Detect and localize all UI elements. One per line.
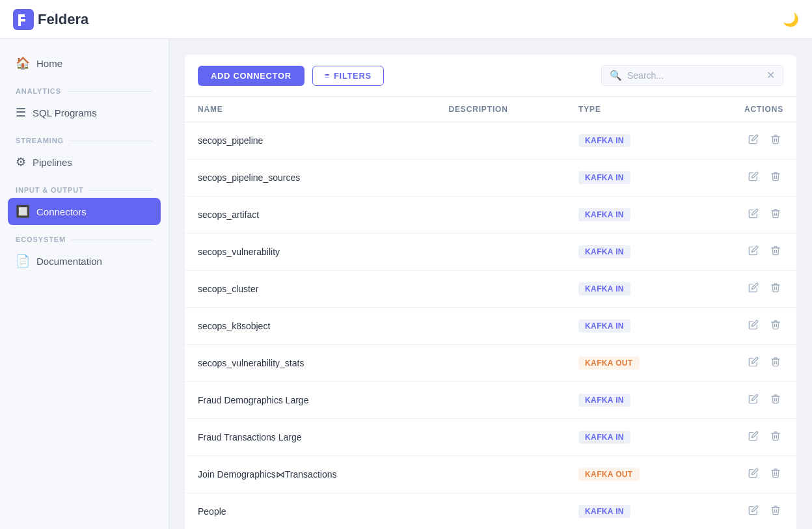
sidebar-item-documentation-label: Documentation xyxy=(36,256,102,267)
cell-type: KAFKA OUT xyxy=(565,345,697,382)
edit-button[interactable] xyxy=(746,206,761,224)
sidebar-item-sql-label: SQL Programs xyxy=(33,107,97,118)
table-row: secops_cluster KAFKA IN xyxy=(185,271,796,308)
edit-button[interactable] xyxy=(746,391,761,409)
type-badge: KAFKA IN xyxy=(578,208,630,221)
cell-name: Fraud Transactions Large xyxy=(185,419,435,456)
search-clear-icon[interactable]: ✕ xyxy=(766,70,775,81)
edit-button[interactable] xyxy=(746,169,761,187)
edit-button[interactable] xyxy=(746,243,761,261)
cell-name: People xyxy=(185,493,435,530)
logo-text: Feldera xyxy=(38,11,88,28)
edit-icon xyxy=(748,468,759,478)
table-row: Fraud Transactions Large KAFKA IN xyxy=(185,419,796,456)
edit-button[interactable] xyxy=(746,131,761,150)
cell-actions xyxy=(697,456,796,493)
table-row: secops_artifact KAFKA IN xyxy=(185,197,796,234)
type-badge: KAFKA IN xyxy=(578,245,630,258)
edit-button[interactable] xyxy=(746,465,761,483)
add-connector-button[interactable]: ADD CONNECTOR xyxy=(198,66,304,86)
type-badge: KAFKA OUT xyxy=(578,468,639,481)
filters-label: FILTERS xyxy=(334,71,372,81)
topbar-right: 🌙 xyxy=(783,12,799,27)
filters-icon: ≡ xyxy=(325,71,330,81)
cell-actions xyxy=(697,271,796,308)
type-badge: KAFKA IN xyxy=(578,171,630,184)
cell-actions xyxy=(697,308,796,345)
edit-icon xyxy=(748,357,759,367)
sidebar-item-sql-programs[interactable]: ☰ SQL Programs xyxy=(0,99,169,126)
cell-actions xyxy=(697,234,796,271)
cell-description xyxy=(435,271,565,308)
main-content: ADD CONNECTOR ≡ FILTERS 🔍 ✕ NAME DESCRIP… xyxy=(169,39,812,529)
sql-icon: ☰ xyxy=(16,105,26,120)
cell-actions xyxy=(697,122,796,159)
edit-icon xyxy=(748,208,759,219)
delete-button[interactable] xyxy=(768,206,783,224)
table-row: secops_vulnerability_stats KAFKA OUT xyxy=(185,345,796,382)
sidebar-item-home-label: Home xyxy=(36,58,62,69)
edit-button[interactable] xyxy=(746,502,761,521)
sidebar-item-documentation[interactable]: 📄 Documentation xyxy=(0,247,169,275)
table-row: secops_vulnerability KAFKA IN xyxy=(185,234,796,271)
delete-button[interactable] xyxy=(768,280,783,298)
filters-button[interactable]: ≡ FILTERS xyxy=(312,66,384,86)
cell-name: secops_pipeline_sources xyxy=(185,159,435,197)
delete-icon xyxy=(770,431,781,441)
delete-button[interactable] xyxy=(768,428,783,446)
delete-button[interactable] xyxy=(768,131,783,150)
edit-button[interactable] xyxy=(746,280,761,298)
delete-icon xyxy=(770,134,781,144)
edit-button[interactable] xyxy=(746,317,761,335)
delete-button[interactable] xyxy=(768,317,783,335)
type-badge: KAFKA IN xyxy=(578,134,630,147)
type-badge: KAFKA IN xyxy=(578,505,630,518)
sidebar-item-connectors[interactable]: 🔲 Connectors xyxy=(8,198,161,225)
cell-description xyxy=(435,308,565,345)
cell-description xyxy=(435,197,565,234)
delete-button[interactable] xyxy=(768,391,783,409)
connectors-table-container: NAME DESCRIPTION TYPE ACTIONS secops_pip… xyxy=(185,97,796,529)
cell-actions xyxy=(697,197,796,234)
delete-button[interactable] xyxy=(768,169,783,187)
cell-description xyxy=(435,234,565,271)
type-badge: KAFKA OUT xyxy=(578,357,639,370)
table-row: Fraud Demographics Large KAFKA IN xyxy=(185,382,796,419)
delete-icon xyxy=(770,357,781,367)
delete-button[interactable] xyxy=(768,502,783,521)
table-row: Join Demographics⋈Transactions KAFKA OUT xyxy=(185,456,796,493)
sidebar-item-connectors-label: Connectors xyxy=(36,206,87,217)
edit-icon xyxy=(748,394,759,404)
cell-name: Join Demographics⋈Transactions xyxy=(185,456,435,493)
edit-icon xyxy=(748,171,759,182)
toolbar: ADD CONNECTOR ≡ FILTERS 🔍 ✕ xyxy=(185,55,796,97)
search-input[interactable] xyxy=(627,70,761,81)
theme-toggle-icon[interactable]: 🌙 xyxy=(783,12,799,27)
col-header-description: DESCRIPTION xyxy=(435,97,565,122)
connectors-icon: 🔲 xyxy=(16,204,30,219)
delete-button[interactable] xyxy=(768,243,783,261)
table-row: People KAFKA IN xyxy=(185,493,796,530)
delete-icon xyxy=(770,505,781,515)
type-badge: KAFKA IN xyxy=(578,394,630,407)
edit-button[interactable] xyxy=(746,354,761,372)
cell-actions xyxy=(697,345,796,382)
sidebar-item-home[interactable]: 🏠 Home xyxy=(0,49,169,77)
cell-actions xyxy=(697,493,796,530)
type-badge: KAFKA IN xyxy=(578,319,630,332)
delete-icon xyxy=(770,319,781,330)
cell-type: KAFKA IN xyxy=(565,308,697,345)
cell-type: KAFKA IN xyxy=(565,419,697,456)
table-header-row: NAME DESCRIPTION TYPE ACTIONS xyxy=(185,97,796,122)
sidebar-item-pipelines[interactable]: ⚙ Pipelines xyxy=(0,148,169,176)
topbar: Feldera 🌙 xyxy=(0,0,812,39)
delete-button[interactable] xyxy=(768,354,783,372)
cell-name: secops_vulnerability_stats xyxy=(185,345,435,382)
cell-type: KAFKA IN xyxy=(565,493,697,530)
sidebar-section-streaming: STREAMING xyxy=(0,126,169,148)
cell-type: KAFKA IN xyxy=(565,382,697,419)
sidebar-section-ecosystem: ECOSYSTEM xyxy=(0,225,169,247)
cell-type: KAFKA IN xyxy=(565,122,697,159)
edit-button[interactable] xyxy=(746,428,761,446)
delete-button[interactable] xyxy=(768,465,783,483)
